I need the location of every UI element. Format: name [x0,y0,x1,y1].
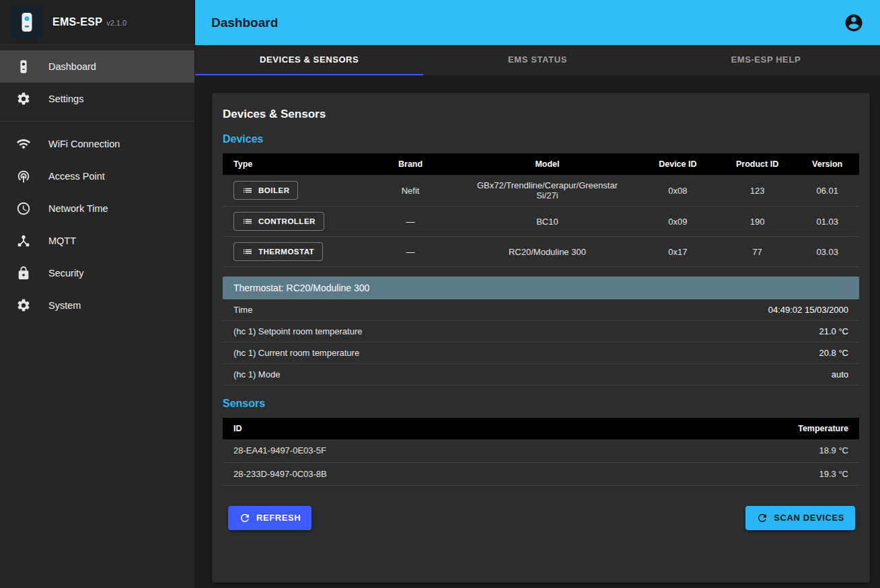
sensors-table-header: ID Temperature [223,418,859,439]
scan-devices-button-label: SCAN DEVICES [774,513,844,523]
app-title: EMS-ESP [52,16,102,28]
device-version: 01.03 [795,207,859,237]
sensor-temperature: 18.9 °C [614,439,859,462]
clock-icon [16,201,31,216]
device-model: BC10 [458,207,636,237]
detail-label: Time [233,305,252,315]
list-item: Time 04:49:02 15/03/2000 [223,299,859,321]
sidebar-item-system[interactable]: System [0,289,194,322]
device-version: 03.03 [795,237,859,267]
sensor-id: 28-233D-9497-0C03-8B [223,462,614,485]
table-row: THERMOSTAT — RC20/Moduline 300 0x17 77 0… [223,237,859,267]
col-header-brand: Brand [363,153,458,175]
sidebar: EMS-ESPv2.1.0 Dashboard Settings WiFi Co… [0,0,195,588]
tab-devices-sensors[interactable]: DEVICES & SENSORS [195,45,423,75]
sidebar-item-label: Security [48,268,83,279]
gear-icon [16,91,31,106]
wifi-icon [16,137,31,151]
sidebar-item-label: Dashboard [48,61,96,72]
detail-label: (hc 1) Setpoint room temperature [233,326,362,336]
gear-icon [16,298,31,313]
col-header-model: Model [458,153,636,175]
app-title-block: EMS-ESPv2.1.0 [52,16,126,28]
col-header-version: Version [795,153,859,175]
detail-label: (hc 1) Mode [233,369,280,379]
list-icon [242,185,253,196]
device-type-button-controller[interactable]: CONTROLLER [233,212,324,231]
list-item: (hc 1) Current room temperature 20.8 °C [223,342,859,364]
devices-heading: Devices [223,133,859,145]
detail-value: auto [832,369,848,379]
sensor-temperature: 19.3 °C [614,462,859,485]
device-type-label: BOILER [258,186,289,194]
sidebar-item-label: MQTT [48,235,76,246]
devices-table-header: Type Brand Model Device ID Product ID Ve… [223,153,859,175]
device-icon [16,59,31,74]
sidebar-item-dashboard[interactable]: Dashboard [0,50,194,83]
list-item: (hc 1) Setpoint room temperature 21.0 °C [223,321,859,342]
detail-value: 20.8 °C [819,348,848,358]
sidebar-item-mqtt[interactable]: MQTT [0,225,194,257]
device-brand: Nefit [363,175,458,207]
actions-bar: REFRESH SCAN DEVICES [223,506,859,530]
device-id: 0x17 [636,237,719,267]
device-type-button-thermostat[interactable]: THERMOSTAT [233,242,323,261]
devices-table: Type Brand Model Device ID Product ID Ve… [223,153,859,267]
sidebar-item-access-point[interactable]: Access Point [0,160,194,192]
sidebar-item-network-time[interactable]: Network Time [0,192,194,225]
detail-label: (hc 1) Current room temperature [233,348,359,358]
sidebar-item-label: Access Point [48,171,105,182]
table-row: CONTROLLER — BC10 0x09 190 01.03 [223,207,859,237]
sensors-table: ID Temperature 28-EA41-9497-0E03-5F 18.9… [223,418,859,486]
devices-sensors-card: Devices & Sensors Devices Type Brand Mod… [212,93,870,583]
sensor-id: 28-EA41-9497-0E03-5F [223,439,614,462]
refresh-button[interactable]: REFRESH [228,506,311,530]
table-row: BOILER Nefit GBx72/Trendline/Cerapur/Gre… [223,175,859,207]
appbar: Dashboard [195,0,880,45]
tab-ems-status[interactable]: EMS STATUS [423,45,651,75]
wifi-tethering-icon [16,169,31,184]
detail-value: 21.0 °C [819,326,848,336]
sidebar-item-label: Network Time [48,203,108,214]
sidebar-item-label: System [48,300,81,311]
device-id: 0x08 [636,175,719,207]
device-model: RC20/Moduline 300 [458,237,636,267]
content-column: Dashboard DEVICES & SENSORS EMS STATUS E… [195,0,880,588]
refresh-icon [239,512,251,524]
detail-value: 04:49:02 15/03/2000 [768,305,848,315]
tab-ems-esp-help[interactable]: EMS-ESP HELP [652,45,880,75]
account-circle-icon [844,13,864,33]
ems-esp-logo [11,5,43,39]
product-id: 77 [719,237,796,267]
table-row: 28-EA41-9497-0E03-5F 18.9 °C [223,439,859,462]
device-version: 06.01 [795,175,859,207]
sidebar-nav: Dashboard Settings WiFi Connection Acces… [0,45,194,322]
sidebar-item-security[interactable]: Security [0,257,194,289]
device-detail-list: Time 04:49:02 15/03/2000 (hc 1) Setpoint… [223,299,859,385]
app-version: v2.1.0 [106,19,126,27]
device-id: 0x09 [636,207,719,237]
col-header-temperature: Temperature [614,418,859,439]
page-title: Dashboard [211,15,278,30]
device-brand: — [363,237,458,267]
list-icon [242,216,253,227]
col-header-device-id: Device ID [636,153,719,175]
device-detail-header: Thermostat: RC20/Moduline 300 [223,277,859,299]
sidebar-item-wifi-connection[interactable]: WiFi Connection [0,128,194,160]
device-type-label: CONTROLLER [258,217,316,225]
sidebar-item-settings[interactable]: Settings [0,83,194,115]
list-icon [242,246,253,257]
scan-devices-button[interactable]: SCAN DEVICES [745,506,855,530]
tabbar: DEVICES & SENSORS EMS STATUS EMS-ESP HEL… [195,45,880,75]
col-header-sensor-id: ID [223,418,614,439]
device-brand: — [363,207,458,237]
list-item: (hc 1) Mode auto [223,364,859,385]
refresh-button-label: REFRESH [256,513,301,523]
account-button[interactable] [841,10,867,36]
card-title: Devices & Sensors [223,108,859,121]
page-body: Devices & Sensors Devices Type Brand Mod… [195,75,880,588]
app-root: EMS-ESPv2.1.0 Dashboard Settings WiFi Co… [0,0,880,588]
device-type-button-boiler[interactable]: BOILER [233,181,298,200]
lock-icon [16,266,31,281]
refresh-icon [756,512,768,524]
